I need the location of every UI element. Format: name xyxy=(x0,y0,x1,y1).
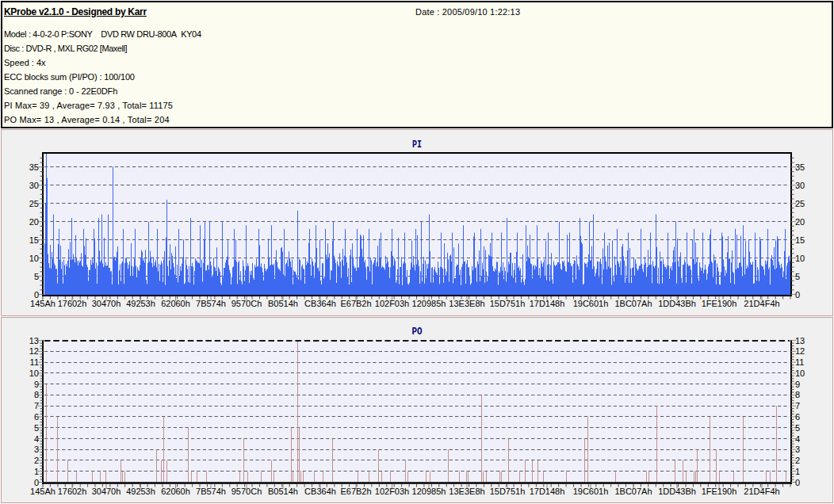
svg-text:1BC07Ah: 1BC07Ah xyxy=(614,299,652,308)
svg-text:0: 0 xyxy=(795,290,800,300)
svg-text:PI: PI xyxy=(412,139,422,151)
svg-text:7B574h: 7B574h xyxy=(196,487,226,496)
svg-text:9: 9 xyxy=(34,380,39,389)
svg-text:120985h: 120985h xyxy=(412,299,446,308)
svg-text:30: 30 xyxy=(29,181,39,190)
svg-text:1BC07Ah: 1BC07Ah xyxy=(614,487,652,496)
svg-text:145Ah: 145Ah xyxy=(30,299,55,308)
svg-text:17D148h: 17D148h xyxy=(530,487,565,496)
svg-text:15: 15 xyxy=(29,235,39,245)
svg-text:7B574h: 7B574h xyxy=(196,299,226,308)
svg-text:21D4F4h: 21D4F4h xyxy=(744,299,779,308)
svg-text:11: 11 xyxy=(30,357,39,367)
svg-text:E67B2h: E67B2h xyxy=(340,487,371,496)
svg-text:9570Ch: 9570Ch xyxy=(231,487,262,496)
svg-text:10: 10 xyxy=(795,254,805,263)
svg-text:1FE190h: 1FE190h xyxy=(702,299,737,308)
svg-text:30470h: 30470h xyxy=(92,299,121,308)
svg-text:12: 12 xyxy=(29,346,39,356)
svg-text:5: 5 xyxy=(34,272,39,281)
svg-text:19C601h: 19C601h xyxy=(573,487,609,496)
svg-text:30470h: 30470h xyxy=(92,487,121,496)
svg-text:20: 20 xyxy=(795,217,805,227)
svg-text:25: 25 xyxy=(29,199,39,208)
svg-text:E67B2h: E67B2h xyxy=(340,299,371,308)
svg-text:7: 7 xyxy=(34,401,39,410)
svg-text:6: 6 xyxy=(34,412,39,422)
svg-text:0: 0 xyxy=(795,478,800,487)
svg-text:13E3E8h: 13E3E8h xyxy=(449,299,484,308)
svg-text:102F03h: 102F03h xyxy=(375,487,409,496)
svg-text:8: 8 xyxy=(795,390,800,399)
svg-text:0: 0 xyxy=(34,478,39,487)
svg-text:13E3E8h: 13E3E8h xyxy=(449,487,484,496)
svg-text:21D4F4h: 21D4F4h xyxy=(744,487,779,496)
svg-text:13: 13 xyxy=(29,336,39,346)
svg-text:PO: PO xyxy=(412,326,423,338)
svg-text:5: 5 xyxy=(34,423,39,433)
svg-text:B0514h: B0514h xyxy=(268,487,298,496)
svg-text:3: 3 xyxy=(34,445,39,454)
svg-text:15: 15 xyxy=(795,235,805,245)
svg-text:2: 2 xyxy=(34,456,39,465)
svg-text:1FE190h: 1FE190h xyxy=(702,487,737,496)
svg-text:7: 7 xyxy=(795,401,800,410)
svg-text:62060h: 62060h xyxy=(161,487,190,496)
svg-text:17602h: 17602h xyxy=(58,487,87,496)
svg-text:145Ah: 145Ah xyxy=(30,487,55,496)
svg-text:35: 35 xyxy=(795,162,805,172)
svg-text:17D148h: 17D148h xyxy=(530,299,565,308)
svg-text:1DD43Bh: 1DD43Bh xyxy=(658,299,696,308)
svg-text:1DD43Bh: 1DD43Bh xyxy=(658,487,696,496)
svg-text:120985h: 120985h xyxy=(412,487,446,496)
svg-text:1: 1 xyxy=(795,467,800,476)
svg-text:25: 25 xyxy=(795,199,805,208)
svg-text:19C601h: 19C601h xyxy=(573,299,609,308)
svg-text:15D751h: 15D751h xyxy=(490,299,526,308)
svg-text:49253h: 49253h xyxy=(126,487,155,496)
svg-text:9: 9 xyxy=(795,380,800,389)
svg-text:CB364h: CB364h xyxy=(304,299,336,308)
svg-text:5: 5 xyxy=(795,423,800,433)
svg-text:20: 20 xyxy=(29,217,39,227)
svg-text:15D751h: 15D751h xyxy=(490,487,526,496)
svg-text:10: 10 xyxy=(29,254,39,263)
svg-text:11: 11 xyxy=(795,357,804,367)
svg-text:62060h: 62060h xyxy=(161,299,190,308)
svg-text:30: 30 xyxy=(795,181,805,190)
svg-text:1: 1 xyxy=(34,467,39,476)
svg-text:102F03h: 102F03h xyxy=(375,299,409,308)
svg-text:5: 5 xyxy=(795,272,800,281)
svg-text:6: 6 xyxy=(795,412,800,422)
svg-text:10: 10 xyxy=(29,368,39,378)
svg-text:35: 35 xyxy=(29,162,39,172)
svg-text:10: 10 xyxy=(795,368,805,378)
svg-text:8: 8 xyxy=(34,390,39,399)
svg-text:3: 3 xyxy=(795,445,800,454)
svg-text:CB364h: CB364h xyxy=(304,487,336,496)
svg-text:4: 4 xyxy=(34,434,39,444)
svg-text:4: 4 xyxy=(795,434,800,444)
svg-text:17602h: 17602h xyxy=(58,299,87,308)
svg-text:9570Ch: 9570Ch xyxy=(231,299,262,308)
svg-text:0: 0 xyxy=(34,290,39,300)
svg-text:49253h: 49253h xyxy=(126,299,155,308)
svg-text:12: 12 xyxy=(795,346,805,356)
svg-text:13: 13 xyxy=(795,336,805,346)
svg-text:B0514h: B0514h xyxy=(268,299,298,308)
svg-text:2: 2 xyxy=(795,456,800,465)
